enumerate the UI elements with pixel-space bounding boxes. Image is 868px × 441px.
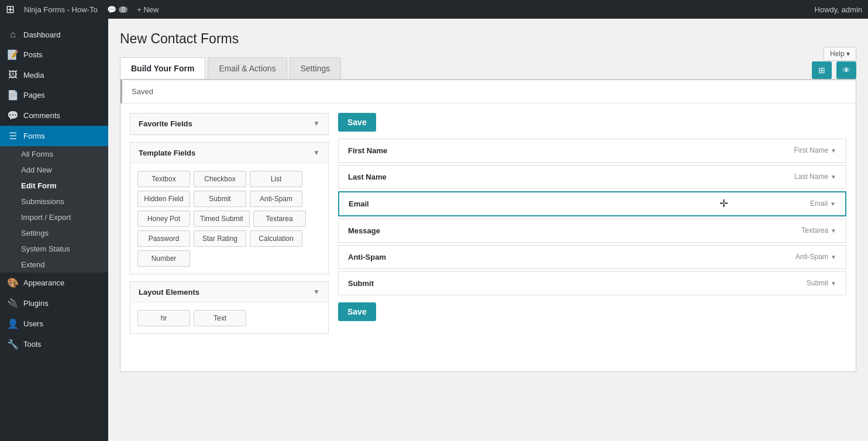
dashboard-icon: ⌂ (7, 29, 19, 40)
field-btn-star-rating[interactable]: Star Rating (194, 230, 246, 247)
appearance-icon: 🎨 (7, 277, 19, 288)
preview-icon-button[interactable]: 👁 (836, 61, 856, 79)
tab-settings[interactable]: Settings (290, 57, 342, 79)
sidebar-item-label: Tools (23, 340, 41, 349)
tabs-row: Build Your Form Email & Actions Settings… (120, 57, 856, 80)
form-field-email[interactable]: Email ✛ Email ▼ (338, 191, 846, 216)
sidebar-item-comments[interactable]: 💬 Comments (0, 105, 108, 126)
last-name-label: Last Name (348, 173, 387, 181)
sidebar-item-pages[interactable]: 📄 Pages (0, 85, 108, 105)
submit-chevron: ▼ (831, 280, 836, 287)
save-button-top[interactable]: Save (338, 113, 376, 132)
form-view-icon: ⊞ (818, 66, 825, 75)
move-cursor-icon: ✛ (719, 197, 728, 210)
left-panel: Favorite Fields ▼ Template Fields ▼ Text… (130, 113, 329, 341)
eye-icon: 👁 (842, 66, 850, 75)
save-button-bottom[interactable]: Save (338, 302, 376, 321)
sidebar-item-label: Appearance (23, 278, 64, 287)
right-panel: Save First Name First Name ▼ Last Name L… (338, 113, 846, 341)
sidebar-subitem-extend[interactable]: Extend (0, 257, 108, 273)
field-btn-honey-pot[interactable]: Honey Pot (137, 211, 190, 227)
field-btn-hr[interactable]: hr (137, 310, 190, 326)
sidebar-subitem-edit-form[interactable]: Edit Form (0, 178, 108, 194)
sidebar-item-label: Posts (23, 50, 43, 59)
users-icon: 👤 (7, 318, 19, 329)
sidebar-item-dashboard[interactable]: ⌂ Dashboard (0, 25, 108, 44)
sidebar-item-plugins[interactable]: 🔌 Plugins (0, 293, 108, 313)
howdy-label: Howdy, admin (815, 5, 862, 14)
comment-count: 0 (119, 6, 128, 13)
field-btn-hidden-field[interactable]: Hidden Field (137, 191, 190, 207)
sidebar-item-forms[interactable]: ☰ Forms (0, 126, 108, 146)
sidebar-item-users[interactable]: 👤 Users (0, 313, 108, 334)
layout-elements-header[interactable]: Layout Elements ▼ (130, 282, 328, 303)
form-field-message[interactable]: Message Textarea ▼ (338, 219, 846, 243)
field-btn-textarea[interactable]: Textarea (253, 211, 306, 227)
saved-bar: Saved (120, 80, 856, 104)
favorite-fields-section: Favorite Fields ▼ (130, 113, 329, 135)
field-btn-text[interactable]: Text (194, 310, 246, 326)
sidebar-subitem-import-export[interactable]: Import / Export (0, 209, 108, 225)
sidebar-item-tools[interactable]: 🔧 Tools (0, 334, 108, 354)
first-name-type: First Name ▼ (794, 146, 836, 154)
field-btn-number[interactable]: Number (137, 250, 190, 267)
layout-elements-section: Layout Elements ▼ hr Text (130, 281, 329, 334)
template-fields-section: Template Fields ▼ Textbox Checkbox List … (130, 142, 329, 274)
anti-spam-type: Anti-Spam ▼ (795, 253, 836, 261)
sidebar-item-label: Users (23, 319, 43, 328)
first-name-label: First Name (348, 146, 387, 155)
favorite-fields-title: Favorite Fields (139, 119, 192, 128)
admin-bar: ⊞ Ninja Forms - How-To 💬 0 + New Howdy, … (0, 0, 868, 19)
pages-icon: 📄 (7, 89, 19, 101)
template-fields-header[interactable]: Template Fields ▼ (130, 143, 328, 164)
comments-icon: 💬 (107, 5, 116, 14)
field-btn-submit[interactable]: Submit (194, 191, 246, 207)
comments-bar-item[interactable]: 💬 0 (107, 5, 128, 14)
form-builder: Favorite Fields ▼ Template Fields ▼ Text… (120, 104, 856, 350)
tools-icon: 🔧 (7, 339, 19, 350)
favorite-fields-chevron: ▼ (313, 119, 320, 128)
sidebar-item-appearance[interactable]: 🎨 Appearance (0, 273, 108, 293)
email-type: Email ▼ (810, 199, 836, 208)
field-btn-anti-spam[interactable]: Anti-Spam (250, 191, 302, 207)
form-icon-button[interactable]: ⊞ (812, 61, 832, 79)
sidebar-subitem-all-forms[interactable]: All Forms (0, 146, 108, 162)
form-field-last-name[interactable]: Last Name Last Name ▼ (338, 165, 846, 189)
sidebar-item-posts[interactable]: 📝 Posts (0, 44, 108, 65)
sidebar-subitem-add-new[interactable]: Add New (0, 162, 108, 178)
first-name-chevron: ▼ (831, 147, 836, 154)
message-chevron: ▼ (831, 228, 836, 234)
field-btn-list[interactable]: List (250, 171, 302, 187)
forms-subitems: All Forms Add New Edit Form Submissions … (0, 146, 108, 273)
sidebar-subitem-system-status[interactable]: System Status (0, 241, 108, 257)
content-area: Saved Favorite Fields ▼ (120, 80, 856, 372)
sidebar-item-media[interactable]: 🖼 Media (0, 65, 108, 85)
form-field-submit[interactable]: Submit Submit ▼ (338, 271, 846, 295)
tab-icons: ⊞ 👁 (812, 61, 856, 79)
tab-build-your-form[interactable]: Build Your Form (120, 57, 205, 79)
template-field-buttons: Textbox Checkbox List Hidden Field Submi… (130, 164, 328, 274)
message-label: Message (348, 226, 380, 235)
field-btn-checkbox[interactable]: Checkbox (194, 171, 246, 187)
sidebar-item-label: Plugins (23, 299, 49, 308)
page-title: New Contact Forms (120, 30, 856, 48)
sidebar-subitem-submissions[interactable]: Submissions (0, 194, 108, 209)
email-chevron: ▼ (830, 201, 836, 207)
form-field-anti-spam[interactable]: Anti-Spam Anti-Spam ▼ (338, 245, 846, 269)
tab-email-actions[interactable]: Email & Actions (208, 57, 287, 79)
site-name[interactable]: Ninja Forms - How-To (24, 5, 98, 14)
form-field-first-name[interactable]: First Name First Name ▼ (338, 139, 846, 163)
wp-logo-icon: ⊞ (6, 3, 15, 16)
field-btn-calculation[interactable]: Calculation (250, 230, 302, 247)
sidebar-item-label: Comments (23, 111, 60, 120)
message-type: Textarea ▼ (801, 226, 836, 235)
sidebar-item-label: Media (23, 71, 44, 80)
field-btn-textbox[interactable]: Textbox (137, 171, 190, 187)
forms-icon: ☰ (7, 130, 19, 142)
saved-text: Saved (132, 87, 153, 96)
new-bar-item[interactable]: + New (137, 5, 159, 14)
field-btn-timed-submit[interactable]: Timed Submit (194, 211, 250, 227)
favorite-fields-header[interactable]: Favorite Fields ▼ (130, 113, 328, 135)
field-btn-password[interactable]: Password (137, 230, 190, 247)
sidebar-subitem-settings[interactable]: Settings (0, 225, 108, 241)
